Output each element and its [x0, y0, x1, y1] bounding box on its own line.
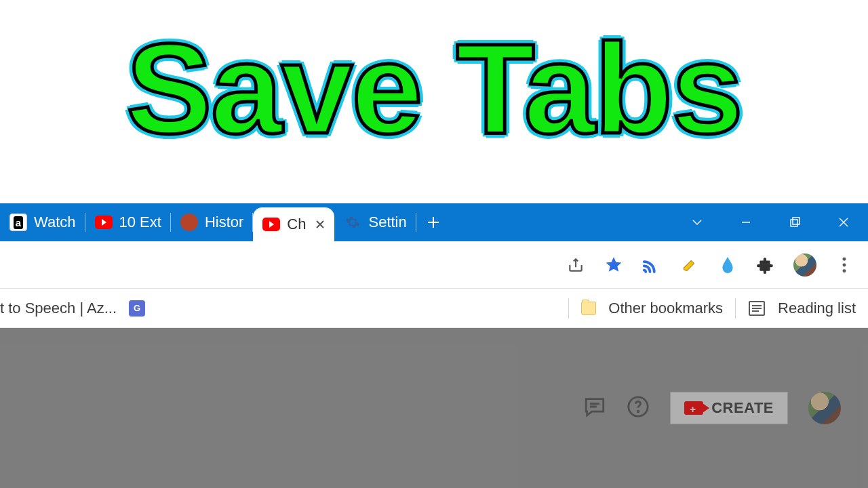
svg-point-2: [843, 257, 846, 260]
tab-label: Ch: [287, 216, 306, 233]
close-tab-button[interactable]: [313, 217, 328, 232]
tab-youtube-ext[interactable]: 10 Ext: [85, 203, 171, 241]
bookmark-g-icon[interactable]: G: [129, 300, 145, 317]
new-tab-button[interactable]: [416, 203, 450, 241]
hero-title: Save Tabs: [126, 24, 742, 152]
amazon-icon: a: [9, 214, 27, 231]
tab-history[interactable]: Histor: [171, 203, 253, 241]
svg-point-4: [843, 269, 846, 272]
tab-settings[interactable]: Settin: [334, 203, 416, 241]
tab-amazon[interactable]: a Watch: [0, 203, 85, 241]
reading-list-icon: [748, 300, 766, 317]
badge-icon: [180, 214, 198, 231]
gear-icon: [344, 214, 361, 231]
other-bookmarks-button[interactable]: Other bookmarks: [608, 300, 723, 317]
svg-rect-0: [791, 220, 797, 226]
youtube-icon: [262, 218, 280, 231]
svg-rect-1: [793, 218, 800, 224]
reading-list-button[interactable]: Reading list: [778, 300, 856, 317]
window-close-button[interactable]: [819, 203, 868, 241]
tab-label: 10 Ext: [119, 214, 161, 231]
drop-icon[interactable]: [717, 255, 738, 275]
share-icon[interactable]: [566, 255, 586, 275]
page-content: + CREATE: [0, 328, 868, 488]
tab-label: Settin: [368, 214, 406, 231]
browser-toolbar: [0, 241, 868, 289]
tab-label: Histor: [205, 214, 243, 231]
bookmark-item-truncated[interactable]: t to Speech | Az...: [0, 300, 117, 317]
tab-youtube-active[interactable]: Ch: [253, 207, 334, 241]
window-controls: [673, 203, 868, 241]
divider: [735, 298, 736, 319]
maximize-button[interactable]: [770, 203, 819, 241]
bookmarks-left: t to Speech | Az... G: [0, 300, 145, 317]
highlight-icon[interactable]: [679, 255, 700, 275]
browser-tab-strip: a Watch 10 Ext Histor Ch Settin: [0, 203, 868, 241]
svg-point-3: [843, 263, 846, 266]
tabs-dropdown-button[interactable]: [673, 203, 722, 241]
tab-label: Watch: [34, 214, 76, 231]
minimize-button[interactable]: [722, 203, 770, 241]
star-icon[interactable]: [604, 255, 624, 275]
folder-icon: [581, 302, 596, 315]
hero-banner: Save Tabs: [0, 0, 868, 203]
cast-icon[interactable]: [642, 255, 662, 275]
menu-icon[interactable]: [834, 255, 854, 275]
youtube-icon: [95, 216, 113, 229]
bookmarks-bar: t to Speech | Az... G Other bookmarks Re…: [0, 289, 868, 328]
profile-avatar[interactable]: [793, 253, 816, 277]
divider: [568, 298, 569, 319]
dim-overlay: [0, 328, 868, 488]
extensions-icon[interactable]: [755, 255, 776, 275]
